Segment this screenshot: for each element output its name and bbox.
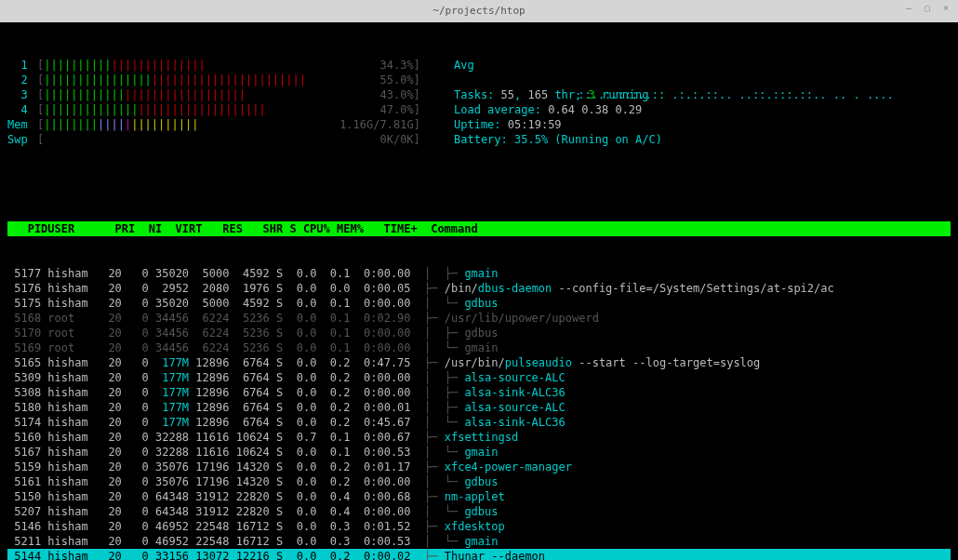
process-row[interactable]: 5211 hisham 20 0 46952 22548 16712 S 0.0… [7,534,951,549]
process-row[interactable]: 5167 hisham 20 0 32288 11616 10624 S 0.0… [7,445,951,460]
process-row[interactable]: 5168 root 20 0 34456 6224 5236 S 0.0 0.1… [7,311,951,326]
process-row[interactable]: 5150 hisham 20 0 64348 31912 22820 S 0.0… [7,489,951,504]
info-line-0: Avg [454,58,900,73]
mem-meter: Mem[||||||||||||||||||||||| 1.16G/7.81G] [7,117,454,132]
info-line-7: Battery: 35.5% (Running on A/C) [454,132,900,147]
process-row[interactable]: 5169 root 20 0 34456 6224 5236 S 0.0 0.1… [7,340,951,355]
process-row[interactable]: 5309 hisham 20 0 177M 12896 6764 S 0.0 0… [7,370,951,385]
process-row[interactable]: 5177 hisham 20 0 35020 5000 4592 S 0.0 0… [7,266,951,281]
terminal-body: 1 [|||||||||||||||||||||||| 34.3%] 2 [||… [0,22,958,560]
window-titlebar: ~/projects/htop – ▢ × [0,0,958,22]
cpu-meter-2: 2 [|||||||||||||||||||||||||||||||||||||… [7,73,454,87]
right-meters: Avg .. .. . .... ::..:.:::..:: .:.:.::..… [454,58,900,147]
process-row[interactable]: 5174 hisham 20 0 177M 12896 6764 S 0.0 0… [7,415,951,430]
process-row[interactable]: 5165 hisham 20 0 177M 12896 6764 S 0.0 0… [7,355,951,370]
info-line-1 [454,73,900,87]
process-row[interactable]: 5146 hisham 20 0 46952 22548 16712 S 0.0… [7,519,951,534]
process-list[interactable]: 5177 hisham 20 0 35020 5000 4592 S 0.0 0… [7,266,951,560]
maximize-icon[interactable]: ▢ [921,2,934,15]
info-line-6: Uptime: 05:19:59 [454,117,900,132]
close-icon[interactable]: × [939,2,952,15]
window-title: ~/projects/htop [432,5,525,17]
process-row[interactable]: 5180 hisham 20 0 177M 12896 6764 S 0.0 0… [7,400,951,415]
process-row[interactable]: 5207 hisham 20 0 64348 31912 22820 S 0.0… [7,504,951,519]
process-header-row[interactable]: PIDUSER PRI NI VIRT RES SHR S CPU% MEM% … [7,221,951,236]
process-row[interactable]: 5159 hisham 20 0 35076 17196 14320 S 0.0… [7,460,951,474]
info-line-5: Load average: 0.64 0.38 0.29 [454,102,900,117]
process-row[interactable]: 5161 hisham 20 0 35076 17196 14320 S 0.0… [7,474,951,489]
cpu-meter-4: 4 [||||||||||||||||||||||||||||||||| 47.… [7,102,454,117]
process-row[interactable]: 5176 hisham 20 0 2952 2080 1976 S 0.0 0.… [7,281,951,296]
process-row[interactable]: 5144 hisham 20 0 33156 13072 12216 S 0.0… [7,549,951,560]
process-row[interactable]: 5175 hisham 20 0 35020 5000 4592 S 0.0 0… [7,296,951,311]
process-row[interactable]: 5160 hisham 20 0 32288 11616 10624 S 0.7… [7,430,951,445]
left-meters: 1 [|||||||||||||||||||||||| 34.3%] 2 [||… [7,58,454,147]
process-row[interactable]: 5170 root 20 0 34456 6224 5236 S 0.0 0.1… [7,326,951,340]
cpu-meter-3: 3 [|||||||||||||||||||||||||||||| 43.0%] [7,87,454,102]
minimize-icon[interactable]: – [902,2,915,15]
cpu-meter-1: 1 [|||||||||||||||||||||||| 34.3%] [7,58,454,73]
terminal-window: ~/projects/htop – ▢ × 1 [|||||||||||||||… [0,0,958,560]
process-row[interactable]: 5308 hisham 20 0 177M 12896 6764 S 0.0 0… [7,385,951,400]
swp-meter: Swp[ 0K/0K] [7,132,454,147]
